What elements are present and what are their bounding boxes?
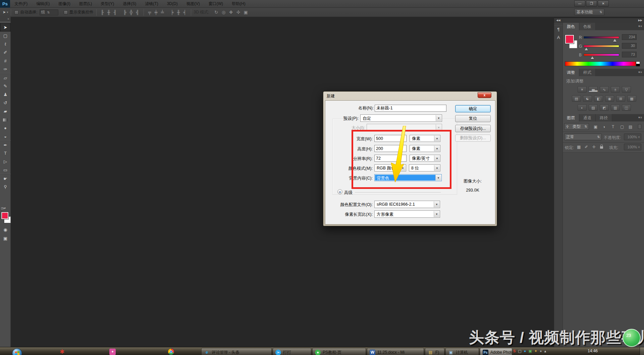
menu-window[interactable]: 窗口(W) <box>204 0 227 8</box>
green-slider-track[interactable] <box>584 45 619 47</box>
taskbar-button[interactable]: e 评论管理 - 头条 <box>201 348 272 355</box>
gradient-tool[interactable] <box>0 115 11 124</box>
taskbar-button[interactable]: ➢ 打打 <box>273 348 311 355</box>
quick-mask-button[interactable]: ◉ <box>0 225 11 234</box>
tray-icon[interactable]: ● <box>524 349 526 354</box>
dock-expand-icon[interactable]: ▶▶ <box>563 18 644 23</box>
tab-channels[interactable]: 通道 <box>579 114 596 121</box>
green-value-box[interactable]: 30 <box>622 43 637 49</box>
filter-smart-objects-icon[interactable]: ▤ <box>629 124 632 129</box>
reset-button[interactable]: 复位 <box>455 115 491 122</box>
invert-icon[interactable]: ◐ <box>578 104 587 111</box>
taskbar-button[interactable]: W 11.25.docx - Mi <box>367 348 424 355</box>
show-desktop-button[interactable] <box>640 347 644 355</box>
type-tool[interactable]: T <box>0 149 11 157</box>
opacity-value-box[interactable]: 100% ▾ <box>624 134 641 140</box>
brush-tool[interactable]: ✎ <box>0 82 11 90</box>
align-horizontal-centers-icon[interactable]: ╫ <box>106 9 112 15</box>
shape-tool[interactable]: ▭ <box>0 166 11 174</box>
lock-all-icon[interactable] <box>600 146 603 149</box>
panel-menu-icon[interactable]: ▾≡ <box>638 24 642 28</box>
marquee-tool[interactable]: ▢ <box>0 32 11 40</box>
distribute-bottom-icon[interactable]: ╧ <box>159 9 166 15</box>
align-vertical-centers-icon[interactable]: ╬ <box>128 9 135 15</box>
clone-stamp-tool[interactable]: ♟ <box>0 90 11 99</box>
tray-icon[interactable]: ▢ <box>518 349 521 354</box>
distribute-right-icon[interactable]: ╡ <box>182 9 188 15</box>
color-balance-icon[interactable]: ☯ <box>583 95 592 102</box>
menu-file[interactable]: 文件(F) <box>10 0 32 8</box>
tab-paths[interactable]: 路径 <box>596 114 612 121</box>
dialog-close-button[interactable]: x <box>478 92 491 98</box>
3d-roll-icon[interactable]: ◎ <box>220 9 227 15</box>
document-name-input[interactable] <box>375 105 446 112</box>
align-bottom-edges-icon[interactable]: ╣ <box>135 9 141 15</box>
zoom-tool[interactable]: ⚲ <box>0 183 11 191</box>
tab-adjustments[interactable]: 调整 <box>563 69 579 76</box>
hand-tool[interactable]: ☛ <box>0 174 11 183</box>
3d-rotate-icon[interactable]: ↻ <box>213 9 220 15</box>
history-brush-tool[interactable]: ↺ <box>0 99 11 107</box>
align-left-edges-icon[interactable]: ╟ <box>99 9 106 15</box>
color-lookup-icon[interactable]: ▦ <box>627 95 636 102</box>
taskbar-button[interactable]: ▤ F) <box>425 348 444 355</box>
distribute-top-icon[interactable]: ╤ <box>147 9 153 15</box>
blend-mode-dropdown[interactable]: 正常 ⇅ <box>564 134 602 140</box>
paragraph-panel-icon[interactable]: ¶ <box>554 26 563 34</box>
menu-layer[interactable]: 图层(L) <box>75 0 97 8</box>
align-top-edges-icon[interactable]: ╠ <box>122 9 128 15</box>
start-button[interactable] <box>12 348 22 355</box>
ok-button[interactable]: 确定 <box>455 105 491 112</box>
menu-filter[interactable]: 滤镜(T) <box>141 0 162 8</box>
eraser-tool[interactable]: ▰ <box>0 107 11 115</box>
tray-icon[interactable]: ▴ <box>544 349 546 354</box>
lock-position-icon[interactable]: ✛ <box>592 145 596 149</box>
filter-toggle[interactable] <box>638 124 641 129</box>
filter-type-layers-icon[interactable]: T <box>612 124 614 129</box>
menu-type[interactable]: 类型(Y) <box>96 0 118 8</box>
tab-styles[interactable]: 样式 <box>579 69 596 76</box>
panel-menu-icon[interactable]: ▾≡ <box>638 70 642 74</box>
vibrance-icon[interactable]: ▽ <box>622 86 631 93</box>
align-right-edges-icon[interactable]: ╢ <box>112 9 118 15</box>
pinned-app-icon[interactable]: ✱ <box>60 348 64 355</box>
exposure-icon[interactable]: ± <box>611 86 620 93</box>
lasso-tool[interactable]: ℓ <box>0 40 11 48</box>
tab-swatches[interactable]: 色板 <box>579 23 596 30</box>
filter-pixel-layers-icon[interactable]: ▣ <box>594 124 597 129</box>
tab-layers[interactable]: 图层 <box>563 114 579 121</box>
color-profile-dropdown[interactable]: sRGB IEC61966-2.1▼ <box>374 201 440 208</box>
menu-image[interactable]: 图像(I) <box>54 0 74 8</box>
foreground-color-swatch-panel[interactable] <box>565 35 574 44</box>
filter-adjustment-layers-icon[interactable]: ◑ <box>603 124 605 129</box>
auto-select-group-dropdown[interactable]: 组⇅ <box>40 9 58 15</box>
current-tool-icon[interactable]: ➤ <box>3 10 6 14</box>
blue-slider-track[interactable] <box>584 54 619 56</box>
distribute-vertical-icon[interactable]: ╪ <box>153 9 159 15</box>
move-tool[interactable]: ➤ <box>0 23 11 32</box>
black-white-icon[interactable]: ◧ <box>594 95 603 102</box>
levels-icon[interactable]: ▂▅▃ <box>589 86 598 93</box>
threshold-icon[interactable]: ◩ <box>600 104 609 111</box>
restore-button[interactable]: ❐ <box>586 0 597 7</box>
pixel-aspect-dropdown[interactable]: 方形像素▼ <box>374 210 440 218</box>
curves-icon[interactable]: ∿ <box>600 86 609 93</box>
menu-3d[interactable]: 3D(D) <box>163 0 182 8</box>
tray-icon[interactable]: S <box>513 349 516 354</box>
quick-selection-tool[interactable]: ✐ <box>0 48 11 57</box>
taskbar-button-photoshop[interactable]: Ps Adobe Photoshop <box>480 348 512 355</box>
hue-saturation-icon[interactable]: ▤ <box>572 95 581 102</box>
save-preset-button[interactable]: 存储预设(S)... <box>455 125 491 132</box>
3d-scale-icon[interactable]: ▣ <box>242 9 250 15</box>
taskbar-button[interactable]: ● PS教程-页 <box>312 348 366 355</box>
dock-collapse-icon[interactable]: ◀◀ <box>554 18 562 23</box>
layer-filter-dropdown[interactable]: ⚲ 类型 ⇅ <box>564 123 589 130</box>
blue-slider-thumb[interactable] <box>591 56 594 59</box>
eyedropper-tool[interactable]: ✑ <box>0 65 11 73</box>
pinned-app-icon[interactable]: ✦ <box>109 349 116 355</box>
healing-brush-tool[interactable]: ▱ <box>0 73 11 82</box>
tray-icon[interactable]: ● <box>540 349 542 354</box>
auto-select-checkbox[interactable] <box>14 10 18 14</box>
red-slider-track[interactable] <box>584 36 619 39</box>
filter-shape-layers-icon[interactable]: ▢ <box>620 124 624 129</box>
